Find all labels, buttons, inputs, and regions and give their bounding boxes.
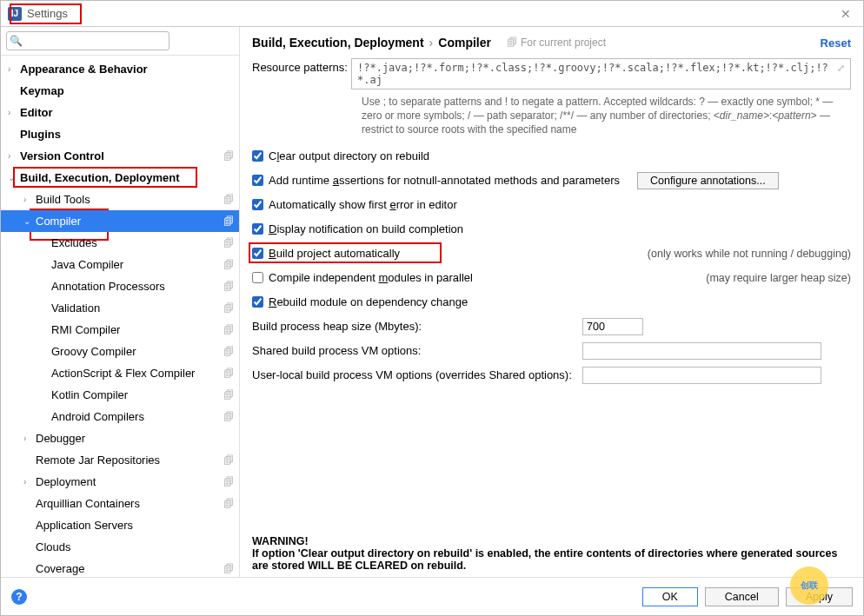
search-input[interactable] xyxy=(6,31,169,50)
tree-item-keymap[interactable]: ›Keymap xyxy=(1,80,239,102)
warning-text: WARNING! If option 'Clear output directo… xyxy=(252,535,851,577)
project-scope-icon: 🗐 xyxy=(223,346,234,358)
clear-output-checkbox[interactable] xyxy=(252,150,263,162)
add-runtime-assertions-checkbox[interactable] xyxy=(252,175,263,186)
compile-parallel-note: (may require larger heap size) xyxy=(706,272,851,284)
configure-annotations-button[interactable]: Configure annotations... xyxy=(637,172,779,189)
close-icon[interactable]: ✕ xyxy=(835,5,856,23)
tree-item-deployment[interactable]: ›Deployment🗐 xyxy=(1,471,239,493)
tree-item-excludes[interactable]: ›Excludes🗐 xyxy=(1,232,239,254)
tree-item-remote-jar-repositories[interactable]: ›Remote Jar Repositories🗐 xyxy=(1,449,239,471)
tree-item-android-compilers[interactable]: ›Android Compilers🗐 xyxy=(1,406,239,427)
tree-item-label: Groovy Compiler xyxy=(51,345,223,358)
tree-item-label: Remote Jar Repositories xyxy=(36,454,223,467)
project-scope-icon: 🗐 xyxy=(223,498,234,510)
project-scope-icon: 🗐 xyxy=(223,454,234,467)
rebuild-dependency-label: Rebuild module on dependency change xyxy=(269,295,468,308)
tree-item-label: Build Tools xyxy=(36,193,223,206)
tree-item-label: Keymap xyxy=(20,84,239,97)
tree-item-label: Build, Execution, Deployment xyxy=(20,171,239,184)
tree-item-kotlin-compiler[interactable]: ›Kotlin Compiler🗐 xyxy=(1,384,239,406)
chevron-icon: › xyxy=(8,108,20,117)
tree-item-debugger[interactable]: ›Debugger xyxy=(1,427,239,449)
chevron-icon: › xyxy=(23,195,36,204)
build-auto-checkbox[interactable] xyxy=(252,248,263,259)
tree-item-build-tools[interactable]: ›Build Tools🗐 xyxy=(1,189,239,210)
tree-item-arquillian-containers[interactable]: ›Arquillian Containers🗐 xyxy=(1,493,239,514)
tree-item-label: ActionScript & Flex Compiler xyxy=(51,367,223,380)
tree-item-appearance-behavior[interactable]: ›Appearance & Behavior xyxy=(1,58,239,80)
sidebar: 🔍 ›Appearance & Behavior›Keymap›Editor›P… xyxy=(1,27,240,577)
compile-parallel-label: Compile independent modules in parallel xyxy=(269,271,473,284)
titlebar: IJ Settings ✕ xyxy=(1,1,863,27)
tree-item-label: Version Control xyxy=(20,149,223,162)
shared-vm-input[interactable] xyxy=(582,342,821,360)
tree-item-editor[interactable]: ›Editor xyxy=(1,102,239,123)
help-icon[interactable]: ? xyxy=(11,589,27,605)
auto-show-error-checkbox[interactable] xyxy=(252,199,263,210)
tree-item-java-compiler[interactable]: ›Java Compiler🗐 xyxy=(1,254,239,275)
chevron-icon: › xyxy=(8,151,20,161)
tree-item-label: Arquillian Containers xyxy=(36,497,223,510)
heap-size-input[interactable] xyxy=(582,318,643,335)
compile-parallel-checkbox[interactable] xyxy=(252,272,263,283)
display-notification-checkbox[interactable] xyxy=(252,223,263,235)
for-current-project-label: 🗐 For current project xyxy=(507,36,606,49)
tree-item-compiler[interactable]: ⌄Compiler🗐 xyxy=(1,210,239,232)
ok-button[interactable]: OK xyxy=(642,587,698,606)
project-scope-icon: 🗐 xyxy=(223,324,234,336)
add-runtime-assertions-label: Add runtime assertions for notnull-annot… xyxy=(269,174,620,187)
tree-item-rmi-compiler[interactable]: ›RMI Compiler🗐 xyxy=(1,319,239,341)
project-icon: 🗐 xyxy=(507,36,517,49)
tree-item-validation[interactable]: ›Validation🗐 xyxy=(1,297,239,319)
apply-button[interactable]: Apply xyxy=(786,587,853,606)
tree-item-label: Kotlin Compiler xyxy=(51,388,223,401)
cancel-button[interactable]: Cancel xyxy=(705,587,779,606)
project-scope-icon: 🗐 xyxy=(223,476,234,488)
tree-item-actionscript-flex-compiler[interactable]: ›ActionScript & Flex Compiler🗐 xyxy=(1,362,239,384)
project-scope-icon: 🗐 xyxy=(223,215,234,228)
tree-item-groovy-compiler[interactable]: ›Groovy Compiler🗐 xyxy=(1,341,239,362)
build-auto-note: (only works while not running / debuggin… xyxy=(648,248,851,260)
tree-item-plugins[interactable]: ›Plugins xyxy=(1,123,239,145)
tree-item-label: Editor xyxy=(20,106,239,119)
local-vm-label: User-local build process VM options (ove… xyxy=(252,368,582,381)
tree-item-label: RMI Compiler xyxy=(51,323,223,336)
project-scope-icon: 🗐 xyxy=(223,302,234,315)
tree-item-coverage[interactable]: ›Coverage🗐 xyxy=(1,558,239,577)
rebuild-dependency-checkbox[interactable] xyxy=(252,296,263,308)
local-vm-input[interactable] xyxy=(582,367,821,384)
project-scope-icon: 🗐 xyxy=(223,194,234,206)
reset-link[interactable]: Reset xyxy=(821,36,851,50)
tree-item-label: Java Compiler xyxy=(51,258,223,271)
breadcrumb: Build, Execution, Deployment›Compiler xyxy=(252,36,491,50)
tree-item-build-execution-deployment[interactable]: ⌄Build, Execution, Deployment xyxy=(1,167,239,189)
resource-patterns-input[interactable]: !?*.java;!?*.form;!?*.class;!?*.groovy;!… xyxy=(351,58,851,89)
project-scope-icon: 🗐 xyxy=(223,150,234,162)
project-scope-icon: 🗐 xyxy=(223,259,234,271)
auto-show-error-label: Automatically show first error in editor xyxy=(269,198,457,211)
tree-item-clouds[interactable]: ›Clouds xyxy=(1,536,239,558)
tree-item-label: Debugger xyxy=(36,432,239,445)
tree-item-version-control[interactable]: ›Version Control🗐 xyxy=(1,145,239,167)
chevron-icon: › xyxy=(8,64,20,74)
tree-item-label: Validation xyxy=(51,301,223,315)
tree-item-application-servers[interactable]: ›Application Servers xyxy=(1,514,239,536)
project-scope-icon: 🗐 xyxy=(223,563,234,575)
chevron-icon: ⌄ xyxy=(23,216,36,226)
display-notification-label: Display notification on build completion xyxy=(269,222,463,235)
expand-icon[interactable]: ⤢ xyxy=(837,63,845,74)
tree-item-label: Annotation Processors xyxy=(51,280,223,293)
tree-item-label: Clouds xyxy=(36,540,239,553)
tree-item-label: Appearance & Behavior xyxy=(20,63,239,76)
settings-tree[interactable]: ›Appearance & Behavior›Keymap›Editor›Plu… xyxy=(1,56,239,577)
footer: ? OK Cancel Apply 创联 xyxy=(1,577,863,615)
project-scope-icon: 🗐 xyxy=(223,281,234,293)
clear-output-label: Clear output directory on rebuild xyxy=(269,149,429,162)
resource-patterns-label: Resource patterns: xyxy=(252,58,351,74)
main-header: Build, Execution, Deployment›Compiler 🗐 … xyxy=(252,36,851,50)
tree-item-annotation-processors[interactable]: ›Annotation Processors🗐 xyxy=(1,275,239,297)
window-title: Settings xyxy=(27,7,68,20)
project-scope-icon: 🗐 xyxy=(223,237,234,249)
project-scope-icon: 🗐 xyxy=(223,411,234,423)
